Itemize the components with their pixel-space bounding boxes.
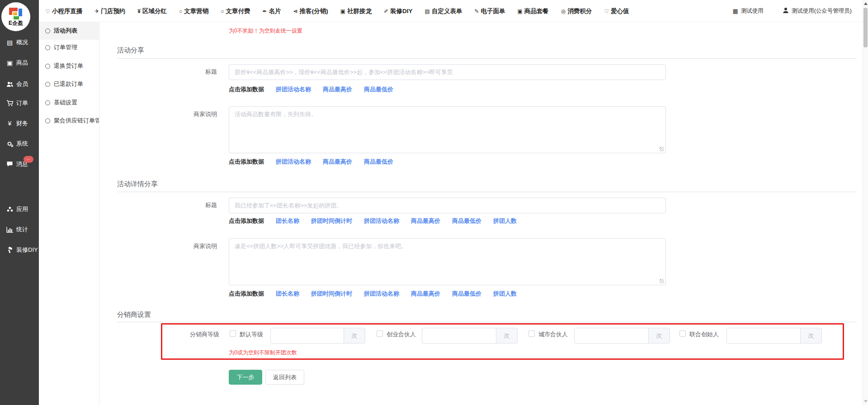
city-partner-checkbox[interactable] xyxy=(528,330,535,337)
detail-desc-textarea[interactable] xyxy=(229,238,666,285)
startup-partner-checkbox[interactable] xyxy=(377,330,383,337)
default-level-checkbox-label: 默认等级 xyxy=(240,330,263,339)
add-data-link-leader-name[interactable]: 团长名称 xyxy=(276,290,299,298)
default-level-times-input[interactable] xyxy=(270,328,344,344)
detail-title-label: 标题 xyxy=(163,201,217,209)
co-founder-times-field: 次 xyxy=(726,328,822,344)
sidebar-item-overview[interactable]: ▤ 概况 xyxy=(0,37,39,48)
sidebar-item-orders[interactable]: 订单 xyxy=(0,97,39,109)
sidebar-item-apps[interactable]: 应用 xyxy=(0,203,39,215)
add-data-link-min-price[interactable]: 商品最低价 xyxy=(452,217,481,225)
topnav-item-love-value[interactable]: ♡爱心值 xyxy=(604,7,629,15)
top-nav: ♡小程序直播 ✈门店预约 ¥区域分红 ○文章营销 ○文章付费 ✒名片 ⋖推客(分… xyxy=(45,0,629,22)
test-use-label: 测试使用 xyxy=(741,7,764,15)
submenu-label: 基础设置 xyxy=(54,99,77,107)
main-sidebar: E企盈 ▤ 概况 ▣ 商品 会员 订单 ¥ 财务 xyxy=(0,0,39,405)
co-founder-times-input[interactable] xyxy=(726,328,800,344)
topnav-item-distribution[interactable]: ⋖推客(分销) xyxy=(293,7,328,15)
submenu-item-basic-settings[interactable]: 基础设置 xyxy=(39,94,99,112)
startup-partner-times-field: 次 xyxy=(422,328,518,344)
topnav-item-product-package[interactable]: ▣商品套餐 xyxy=(517,7,548,15)
sidebar-item-decorate-diy[interactable]: 装修DIY xyxy=(0,244,39,256)
add-data-link-countdown[interactable]: 拼团时间倒计时 xyxy=(311,290,352,298)
sidebar-item-label: 装修DIY xyxy=(16,246,38,254)
submenu-label: 活动列表 xyxy=(54,27,77,35)
startup-partner-times-input[interactable] xyxy=(422,328,496,344)
add-data-link-min-price[interactable]: 商品最低价 xyxy=(364,85,393,94)
chat-icon xyxy=(6,161,14,167)
co-founder-checkbox[interactable] xyxy=(679,330,686,337)
topnav-item-business-card[interactable]: ✒名片 xyxy=(263,7,281,15)
times-unit-suffix: 次 xyxy=(344,328,365,344)
textarea-resize-handle[interactable] xyxy=(660,279,664,283)
add-data-link-leader-name[interactable]: 团长名称 xyxy=(276,217,299,225)
section-divider xyxy=(117,322,857,322)
add-data-link-max-price[interactable]: 商品最高价 xyxy=(323,85,352,94)
add-data-link-activity-name[interactable]: 拼团活动名称 xyxy=(364,217,399,225)
add-data-link-group-size[interactable]: 拼团人数 xyxy=(493,290,517,298)
sidebar-item-system[interactable]: 系统 xyxy=(0,138,39,150)
add-data-link-activity-name[interactable]: 拼团活动名称 xyxy=(364,290,399,298)
add-data-link-max-price[interactable]: 商品最高价 xyxy=(411,290,440,298)
topnav-label: 爱心值 xyxy=(611,7,629,15)
test-use-menu[interactable]: ▦ 测试使用 xyxy=(732,7,763,15)
default-level-checkbox[interactable] xyxy=(230,330,236,337)
sidebar-item-members[interactable]: 会员 xyxy=(0,78,39,90)
back-to-list-button[interactable]: 返回列表 xyxy=(265,370,304,385)
add-data-link-group-size[interactable]: 拼团人数 xyxy=(493,217,517,225)
share-desc-textarea[interactable] xyxy=(229,106,666,153)
topnav-item-consume-points[interactable]: ◎消费积分 xyxy=(561,7,592,15)
submenu-item-supply-chain-orders[interactable]: 聚合供应链订单管 xyxy=(39,112,99,130)
topnav-item-group-chain[interactable]: ▣社群接龙 xyxy=(340,7,372,15)
sidebar-item-label: 订单 xyxy=(16,99,28,107)
sidebar-item-stats[interactable]: 统计 xyxy=(0,224,39,235)
submenu-item-return-orders[interactable]: 退换货订单 xyxy=(39,57,99,75)
sidebar-item-goods[interactable]: ▣ 商品 xyxy=(0,57,39,69)
topnav-item-custom-form[interactable]: ▤自定义表单 xyxy=(425,7,462,15)
submenu-item-order-manage[interactable]: 订单管理 xyxy=(39,38,99,57)
sidebar-item-label: 统计 xyxy=(16,226,28,234)
add-data-link-min-price[interactable]: 商品最低价 xyxy=(364,158,393,166)
add-data-label: 点击添加数据 xyxy=(229,290,264,298)
next-step-button[interactable]: 下一步 xyxy=(229,370,262,385)
topnav-item-article-pay[interactable]: ○文章付费 xyxy=(221,7,250,15)
sidebar-item-finance[interactable]: ¥ 财务 xyxy=(0,118,39,129)
add-data-link-countdown[interactable]: 拼团时间倒计时 xyxy=(311,217,352,225)
detail-title-input[interactable] xyxy=(229,198,666,213)
scrollbar-thumb[interactable] xyxy=(863,8,868,47)
topnav-item-decorate-diy[interactable]: ✐装修DIY xyxy=(384,7,413,15)
topnav-item-article-marketing[interactable]: ○文章营销 xyxy=(179,7,208,15)
city-partner-times-input[interactable] xyxy=(574,328,648,344)
grid-icon: ▦ xyxy=(732,8,738,14)
topnav-label: 装修DIY xyxy=(390,7,413,15)
add-data-link-max-price[interactable]: 商品最高价 xyxy=(411,217,440,225)
message-badge: ... xyxy=(24,156,33,163)
brand-logo[interactable]: E企盈 xyxy=(1,2,30,31)
submenu-item-refunded-orders[interactable]: 已退款订单 xyxy=(39,75,99,93)
scroll-up-arrow-icon[interactable] xyxy=(864,2,868,5)
topnav-item-live[interactable]: ♡小程序直播 xyxy=(45,7,82,15)
share-title-add-data-row: 点击添加数据 拼团活动名称 商品最高价 商品最低价 xyxy=(229,85,393,94)
scroll-down-arrow-icon[interactable] xyxy=(864,400,868,403)
dealer-helper-text: 为0或为空则不限制开团次数 xyxy=(229,349,297,357)
heart-icon: ♡ xyxy=(45,8,50,14)
add-data-link-max-price[interactable]: 商品最高价 xyxy=(323,158,352,166)
textarea-resize-handle[interactable] xyxy=(660,147,664,151)
add-data-link-activity-name[interactable]: 拼团活动名称 xyxy=(276,85,311,94)
chart-icon xyxy=(6,226,14,233)
share-title-input[interactable] xyxy=(229,64,666,80)
submenu-item-activity-list[interactable]: 活动列表 xyxy=(39,22,99,40)
topnav-label: 小程序直播 xyxy=(52,7,83,15)
topnav-item-region-dividend[interactable]: ¥区域分红 xyxy=(137,7,167,15)
account-menu[interactable]: 测试使用(公众号管理员) xyxy=(783,7,852,15)
topnav-item-e-waybill[interactable]: ✎电子面单 xyxy=(474,7,505,15)
default-level-times-field: 次 xyxy=(270,328,365,344)
add-data-link-min-price[interactable]: 商品最低价 xyxy=(452,290,481,298)
cart-icon xyxy=(6,100,14,107)
topnav-label: 自定义表单 xyxy=(432,7,462,15)
plane-icon: ✈ xyxy=(94,8,99,14)
topnav-item-store-booking[interactable]: ✈门店预约 xyxy=(94,7,125,15)
add-data-link-activity-name[interactable]: 拼团活动名称 xyxy=(276,158,311,166)
page-scrollbar[interactable] xyxy=(863,0,868,405)
submenu-label: 已退款订单 xyxy=(54,80,83,88)
